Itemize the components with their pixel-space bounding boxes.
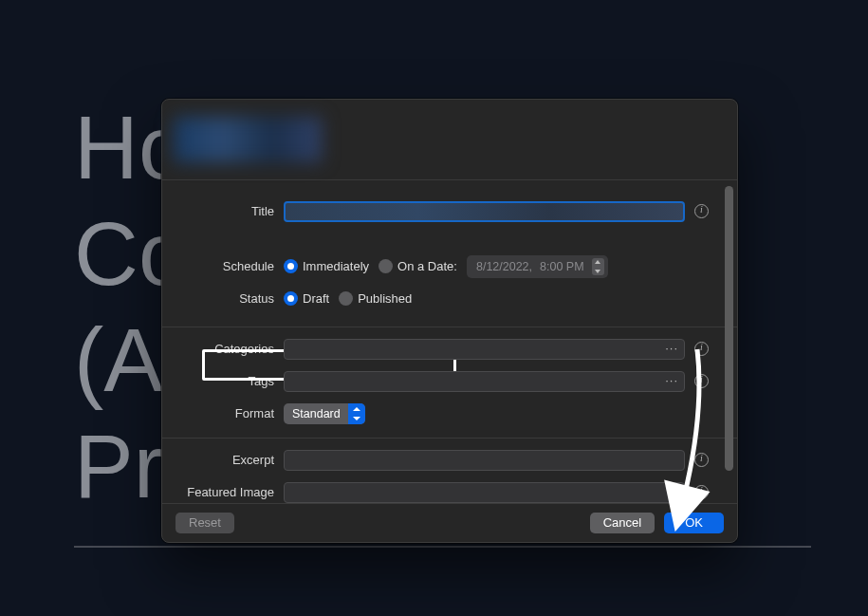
format-label: Format bbox=[162, 406, 284, 420]
dialog-body: Title Schedule Immediately On a Date: 8/… bbox=[162, 180, 737, 503]
format-select[interactable]: Standard bbox=[284, 403, 365, 424]
radio-dot-icon bbox=[379, 259, 393, 273]
title-label: Title bbox=[162, 204, 284, 218]
info-icon[interactable] bbox=[694, 453, 709, 467]
status-label: Status bbox=[162, 291, 284, 306]
schedule-date-field[interactable]: 8/12/2022, 8:00 PM bbox=[467, 255, 608, 278]
radio-schedule-on-date[interactable]: On a Date: bbox=[379, 259, 457, 273]
select-arrows-icon bbox=[348, 403, 365, 424]
categories-label: Categories bbox=[162, 342, 284, 356]
categories-input[interactable]: ··· bbox=[284, 339, 685, 360]
reset-button[interactable]: Reset bbox=[175, 513, 234, 533]
info-icon[interactable] bbox=[694, 204, 709, 218]
featured-image-input[interactable] bbox=[284, 482, 685, 503]
row-status: Status Draft Published bbox=[162, 283, 737, 315]
date-value: 8/12/2022, bbox=[476, 260, 532, 273]
radio-label: Draft bbox=[303, 291, 329, 306]
info-icon[interactable] bbox=[694, 374, 709, 388]
ok-button[interactable]: OK bbox=[664, 513, 724, 533]
radio-label: Immediately bbox=[303, 259, 369, 273]
radio-dot-icon bbox=[339, 291, 353, 306]
radio-status-draft[interactable]: Draft bbox=[284, 291, 329, 306]
background-divider bbox=[74, 546, 811, 548]
ellipsis-icon[interactable]: ··· bbox=[665, 341, 678, 355]
radio-dot-icon bbox=[284, 259, 298, 273]
dialog-footer: Reset Cancel OK bbox=[162, 503, 737, 542]
dialog-header bbox=[162, 100, 737, 180]
cancel-button[interactable]: Cancel bbox=[590, 513, 655, 533]
excerpt-label: Excerpt bbox=[162, 453, 284, 467]
title-input[interactable] bbox=[284, 201, 685, 222]
radio-status-published[interactable]: Published bbox=[339, 291, 412, 306]
row-title: Title bbox=[162, 196, 737, 228]
schedule-label: Schedule bbox=[162, 259, 284, 273]
row-categories: Categories ··· bbox=[162, 333, 737, 365]
radio-label: On a Date: bbox=[397, 259, 457, 273]
row-format: Format Standard bbox=[162, 398, 737, 430]
ellipsis-icon[interactable]: ··· bbox=[665, 373, 678, 387]
stepper-icon[interactable] bbox=[592, 258, 604, 275]
time-value: 8:00 PM bbox=[540, 260, 584, 273]
post-settings-dialog: Title Schedule Immediately On a Date: 8/… bbox=[161, 99, 738, 543]
row-featured-image: Featured Image bbox=[162, 476, 737, 503]
radio-label: Published bbox=[358, 291, 412, 306]
tags-input[interactable]: ··· bbox=[284, 371, 685, 392]
radio-schedule-immediately[interactable]: Immediately bbox=[284, 259, 369, 273]
select-value: Standard bbox=[292, 407, 341, 420]
header-redacted-image bbox=[174, 117, 322, 162]
featured-image-label: Featured Image bbox=[162, 485, 284, 499]
row-schedule: Schedule Immediately On a Date: 8/12/202… bbox=[162, 251, 737, 283]
scrollbar-thumb[interactable] bbox=[725, 186, 733, 471]
tags-label: Tags bbox=[162, 374, 284, 388]
row-excerpt: Excerpt bbox=[162, 444, 737, 476]
info-icon[interactable] bbox=[694, 342, 709, 356]
excerpt-input[interactable] bbox=[284, 450, 685, 471]
row-tags: Tags ··· bbox=[162, 365, 737, 398]
radio-dot-icon bbox=[284, 291, 298, 306]
info-icon[interactable] bbox=[694, 485, 709, 499]
